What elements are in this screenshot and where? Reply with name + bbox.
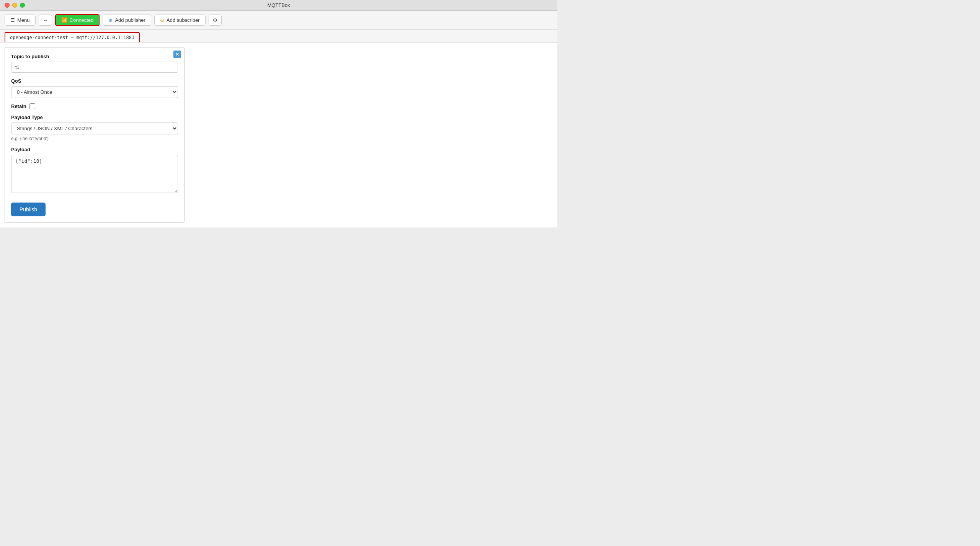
menu-label: Menu — [17, 17, 30, 23]
qos-select[interactable]: 0 - Almost Once 1 - At Least Once 2 - Ex… — [11, 86, 178, 98]
window-title: MQTTBox — [267, 2, 290, 8]
retain-label: Retain — [11, 103, 26, 109]
payload-type-group: Payload Type Strings / JSON / XML / Char… — [11, 114, 178, 141]
qos-group: QoS 0 - Almost Once 1 - At Least Once 2 … — [11, 78, 178, 98]
tab-area: openedge-connect-test – mqtt://127.0.0.1… — [0, 30, 557, 43]
back-button[interactable]: ← — [39, 15, 52, 26]
gear-icon — [213, 17, 217, 23]
add-publisher-label: Add publisher — [115, 17, 145, 23]
maximize-button[interactable] — [20, 3, 25, 8]
add-subscriber-button[interactable]: Add subscriber — [154, 15, 206, 26]
topic-label: Topic to publish — [11, 54, 178, 59]
titlebar: MQTTBox — [0, 0, 557, 11]
payload-type-select[interactable]: Strings / JSON / XML / Characters Number… — [11, 123, 178, 134]
minimize-button[interactable] — [12, 3, 17, 8]
add-subscriber-label: Add subscriber — [167, 17, 200, 23]
back-icon: ← — [43, 17, 48, 23]
payload-hint: e.g: {'hello':'world'} — [11, 136, 178, 141]
topic-group: Topic to publish — [11, 54, 178, 73]
connected-button[interactable]: 📶 Connected — [55, 14, 100, 26]
qos-label: QoS — [11, 78, 178, 84]
retain-row: Retain — [11, 103, 178, 109]
topic-input[interactable] — [11, 62, 178, 73]
panel-close-button[interactable]: ✕ — [173, 51, 181, 58]
add-publisher-icon — [108, 17, 113, 23]
close-button[interactable] — [5, 3, 10, 8]
add-subscriber-icon — [160, 17, 164, 23]
connection-tab[interactable]: openedge-connect-test – mqtt://127.0.0.1… — [5, 32, 140, 42]
main-content: ✕ Topic to publish QoS 0 - Almost Once 1… — [0, 43, 557, 227]
payload-input[interactable]: {"id":10} — [11, 155, 178, 193]
publish-button[interactable]: Publish — [11, 203, 46, 216]
payload-label: Payload — [11, 147, 178, 152]
payload-type-label: Payload Type — [11, 114, 178, 120]
traffic-lights — [5, 3, 25, 8]
add-publisher-button[interactable]: Add publisher — [103, 15, 151, 26]
signal-icon: 📶 — [61, 17, 67, 23]
retain-checkbox[interactable] — [29, 103, 35, 109]
menu-icon — [10, 17, 15, 23]
payload-group: Payload {"id":10} — [11, 147, 178, 194]
settings-button[interactable] — [209, 15, 222, 26]
connected-label: Connected — [70, 17, 94, 23]
toolbar: Menu ← 📶 Connected Add publisher Add sub… — [0, 11, 557, 30]
menu-button[interactable]: Menu — [5, 15, 36, 26]
publisher-panel: ✕ Topic to publish QoS 0 - Almost Once 1… — [5, 47, 185, 223]
